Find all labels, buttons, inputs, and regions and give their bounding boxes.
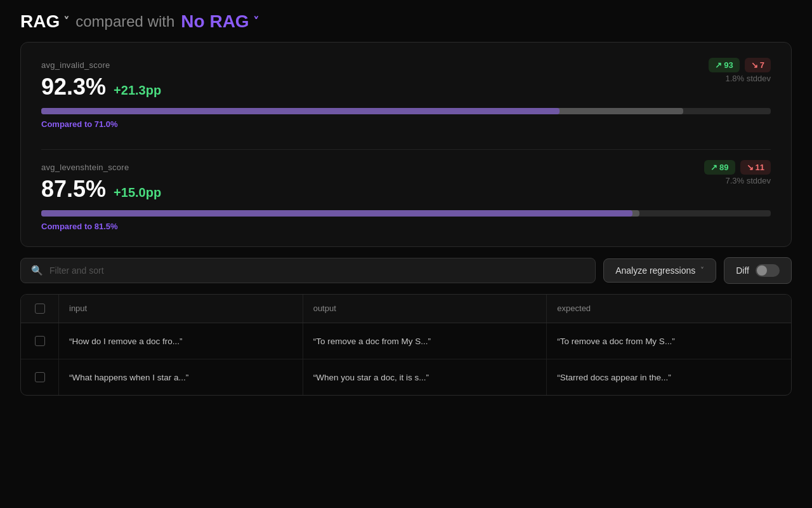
compared-with-label: compared with [75, 13, 174, 30]
norag-dropdown[interactable]: No RAG ˅ [181, 11, 258, 32]
header: RAG ˅ compared with No RAG ˅ [0, 0, 812, 42]
badge-up-2: ↗ 89 [704, 160, 735, 175]
analyze-chevron-icon: ˅ [700, 266, 704, 275]
metric-delta-1: +21.3pp [114, 83, 161, 98]
badge-down-value-2: 11 [756, 163, 764, 172]
compare-text-2: Compared to 81.5% [41, 222, 771, 231]
metric-badges-1: ↗ 93 ↘ 7 [709, 58, 771, 72]
badge-down-2: ↘ 11 [740, 160, 771, 175]
table-row: “What happens when I star a...” “When yo… [21, 359, 791, 395]
diff-toggle[interactable] [756, 264, 780, 277]
metric-invalid-score: avg_invalid_score 92.3% +21.3pp ↗ 93 ↘ 7 [41, 58, 771, 129]
badge-down-1: ↘ 7 [745, 58, 771, 72]
td-output-1: “To remove a doc from My S...” [303, 323, 547, 359]
output-text-1: “To remove a doc from My S...” [313, 337, 431, 346]
analyze-regressions-button[interactable]: Analyze regressions ˅ [603, 258, 716, 283]
toggle-knob [757, 265, 767, 276]
progress-fill-purple-2 [41, 210, 632, 217]
compare-text-1: Compared to 71.0% [41, 119, 771, 129]
diff-button[interactable]: Diff [724, 257, 792, 284]
up-arrow-icon-1: ↗ [715, 60, 722, 70]
filter-bar: 🔍 Filter and sort Analyze regressions ˅ … [0, 247, 812, 294]
td-input-1: “How do I remove a doc fro...” [59, 323, 303, 359]
stddev-1: 1.8% stddev [725, 74, 771, 83]
badge-up-value-1: 93 [724, 60, 733, 70]
input-text-1: “How do I remove a doc fro...” [69, 337, 183, 346]
up-arrow-icon-2: ↗ [710, 163, 717, 172]
badge-down-value-1: 7 [760, 60, 764, 70]
badge-up-value-2: 89 [719, 163, 728, 172]
progress-track-2 [41, 210, 771, 217]
expected-text-1: “To remove a doc from My S...” [557, 337, 674, 346]
rag-label: RAG [20, 11, 60, 32]
th-expected: expected [547, 295, 791, 323]
th-checkbox [21, 295, 59, 323]
table-header: input output expected [21, 295, 791, 323]
rag-dropdown[interactable]: RAG ˅ [20, 11, 69, 32]
metric-value-2: 87.5% [41, 176, 106, 203]
search-icon: 🔍 [31, 265, 43, 276]
analyze-label: Analyze regressions [615, 265, 695, 276]
metrics-card: avg_invalid_score 92.3% +21.3pp ↗ 93 ↘ 7 [20, 42, 792, 247]
select-all-checkbox[interactable] [35, 304, 45, 314]
td-output-2: “When you star a doc, it is s...” [303, 359, 547, 395]
row-checkbox-1[interactable] [35, 336, 45, 346]
metric-name-1: avg_invalid_score [41, 60, 161, 70]
metric-badges-2: ↗ 89 ↘ 11 [704, 160, 771, 175]
td-input-2: “What happens when I star a...” [59, 359, 303, 395]
progress-fill-purple-1 [41, 108, 560, 114]
expected-text-2: “Starred docs appear in the...” [557, 373, 671, 382]
input-text-2: “What happens when I star a...” [69, 373, 188, 382]
td-checkbox-2 [21, 359, 59, 395]
down-arrow-icon-2: ↘ [747, 163, 754, 172]
stddev-2: 7.3% stddev [725, 176, 771, 185]
progress-track-1 [41, 108, 771, 114]
metric-delta-2: +15.0pp [114, 185, 161, 200]
th-output: output [303, 295, 547, 323]
divider [41, 149, 771, 150]
metric-name-2: avg_levenshtein_score [41, 163, 161, 172]
td-checkbox-1 [21, 323, 59, 359]
td-expected-1: “To remove a doc from My S...” [547, 323, 791, 359]
td-expected-2: “Starred docs appear in the...” [547, 359, 791, 395]
norag-label: No RAG [181, 11, 249, 32]
compare-value-2: 81.5% [95, 222, 118, 231]
th-input: input [59, 295, 303, 323]
compare-value-1: 71.0% [95, 119, 118, 129]
row-checkbox-2[interactable] [35, 372, 45, 382]
metric-levenshtein-score: avg_levenshtein_score 87.5% +15.0pp ↗ 89… [41, 160, 771, 231]
output-text-2: “When you star a doc, it is s...” [313, 373, 429, 382]
diff-label: Diff [736, 265, 749, 276]
down-arrow-icon-1: ↘ [751, 60, 758, 70]
norag-chevron-icon: ˅ [253, 15, 259, 29]
rag-chevron-icon: ˅ [63, 15, 69, 29]
search-box[interactable]: 🔍 Filter and sort [20, 258, 596, 283]
results-table: input output expected “How do I remove a… [20, 294, 792, 396]
filter-placeholder: Filter and sort [49, 265, 104, 276]
badge-up-1: ↗ 93 [709, 58, 739, 72]
table-row: “How do I remove a doc fro...” “To remov… [21, 323, 791, 359]
metric-value-1: 92.3% [41, 74, 106, 100]
